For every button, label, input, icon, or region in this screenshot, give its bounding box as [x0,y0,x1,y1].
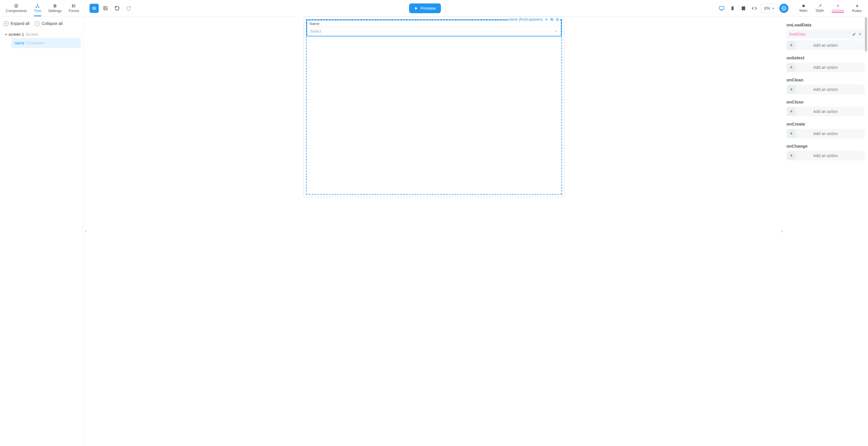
save-button[interactable] [101,4,110,13]
list-icon [72,4,76,8]
chevron-down-icon [772,7,775,10]
collapse-all-label: Collapse all [42,21,62,26]
add-action-button[interactable]: + Add an action [786,40,865,50]
toolbar-mid-buttons [90,4,133,13]
add-action-button[interactable]: + Add an action [786,129,865,138]
svg-point-11 [54,7,55,7]
tab-tree[interactable]: Tree [30,0,45,16]
event-title: onClose [786,99,865,104]
toolbar-center: Preview [133,3,717,13]
add-action-label: Add an action [813,87,838,92]
add-action-button[interactable]: + Add an action [786,84,865,94]
tree-child-name: name [14,41,24,45]
svg-point-27 [783,7,785,9]
event-title: onCreate [786,122,865,127]
tab-components-label: Components [6,9,27,13]
svg-point-28 [802,5,805,7]
tab-tree-label: Tree [34,9,41,13]
dropdown-field-input[interactable]: Select [307,26,561,36]
actions-panel: onLoadData loadData + Add an action onSe… [785,16,868,446]
tab-components[interactable]: Components [2,0,30,16]
font-icon: B [855,4,859,8]
svg-point-16 [72,5,73,6]
rtab-main[interactable]: Main [795,4,811,13]
tree-sidebar: + Expand all − Collapse all ▾ screen 1 S… [0,16,83,446]
minus-box-icon: − [35,22,39,26]
canvas: name (RsDropdown) Name [303,16,565,197]
event-oncreate: onCreate + Add an action [786,122,865,138]
language-select[interactable]: EN [761,4,778,13]
tab-settings[interactable]: Settings [45,0,65,16]
add-child-button[interactable] [545,18,548,21]
tree-child-type: Dropdown [26,41,44,45]
plus-circle-icon [14,4,19,8]
add-action-button[interactable]: + Add an action [786,107,865,116]
expand-all-button[interactable]: + Expand all [4,21,29,26]
preview-label: Preview [421,6,436,11]
plus-icon: + [787,107,796,116]
undo-button[interactable] [113,4,122,13]
add-action-label: Add an action [813,109,838,114]
mobile-view-button[interactable] [728,4,737,13]
delete-button[interactable] [555,18,559,21]
svg-point-10 [55,5,56,6]
action-name: loadData [789,32,850,36]
settings-gear-button[interactable] [779,4,788,13]
collapse-right-button[interactable] [779,228,785,235]
svg-marker-29 [837,4,840,7]
chevron-down-icon [554,29,558,33]
tree-root-name: screen 1 [9,32,24,37]
plus-box-icon: + [4,22,8,26]
tree-list: ▾ screen 1 Screen name Dropdown [2,31,81,48]
rtab-actions[interactable]: Actions [828,4,848,13]
canvas-dashed-drop-area[interactable]: name (RsDropdown) Name [306,19,562,195]
rtab-style-label: Style [815,8,824,12]
main-area: + Expand all − Collapse all ▾ screen 1 S… [0,16,868,446]
svg-point-15 [72,4,73,5]
plus-icon: + [787,85,796,94]
tab-forms-label: Forms [69,9,79,13]
top-toolbar: Components Tree Settings Forms [0,0,868,16]
event-onclose: onClose + Add an action [786,99,865,116]
duplicate-button[interactable] [550,18,554,21]
add-action-button[interactable]: + Add an action [786,63,865,72]
dropdown-field[interactable]: Name Select [307,20,561,36]
add-action-label: Add an action [813,65,838,70]
desktop-view-button[interactable] [717,4,726,13]
selection-label-bar: name (RsDropdown) [508,17,560,22]
event-onloaddata: onLoadData loadData + Add an action [786,22,865,50]
edit-action-button[interactable] [852,32,856,36]
rtab-rules[interactable]: B Rules [848,4,866,13]
add-action-label: Add an action [813,153,838,158]
svg-rect-25 [732,6,733,10]
scrollbar[interactable] [865,17,867,440]
action-row[interactable]: loadData [786,30,865,39]
remove-action-button[interactable] [858,32,862,36]
scrollbar-thumb[interactable] [865,17,867,52]
menu-button[interactable] [90,4,99,13]
plus-icon: + [787,151,796,160]
preview-button[interactable]: Preview [409,3,441,13]
sliders-icon [53,4,57,8]
rtab-rules-label: Rules [852,9,862,13]
dropdown-placeholder: Select [310,29,321,34]
rtab-main-label: Main [799,8,807,12]
rtab-style[interactable]: Style [811,4,828,13]
tab-forms[interactable]: Forms [65,0,83,16]
event-onchange: onChange + Add an action [786,144,865,161]
collapse-all-button[interactable]: − Collapse all [35,21,62,26]
tree-node-child[interactable]: name Dropdown [11,38,81,48]
collapse-left-button[interactable] [83,228,89,235]
code-view-button[interactable] [750,4,759,13]
add-action-button[interactable]: + Add an action [786,151,865,161]
play-icon [414,6,418,10]
svg-rect-5 [38,7,39,7]
rtab-actions-label: Actions [832,8,844,12]
svg-rect-26 [742,6,745,10]
selection-label: name (RsDropdown) [508,17,543,22]
redo-button[interactable] [124,4,133,13]
tree-node-root[interactable]: ▾ screen 1 Screen [3,31,81,38]
plus-icon: + [787,63,796,72]
tablet-view-button[interactable] [739,4,748,13]
tree-controls: + Expand all − Collapse all [2,20,81,29]
